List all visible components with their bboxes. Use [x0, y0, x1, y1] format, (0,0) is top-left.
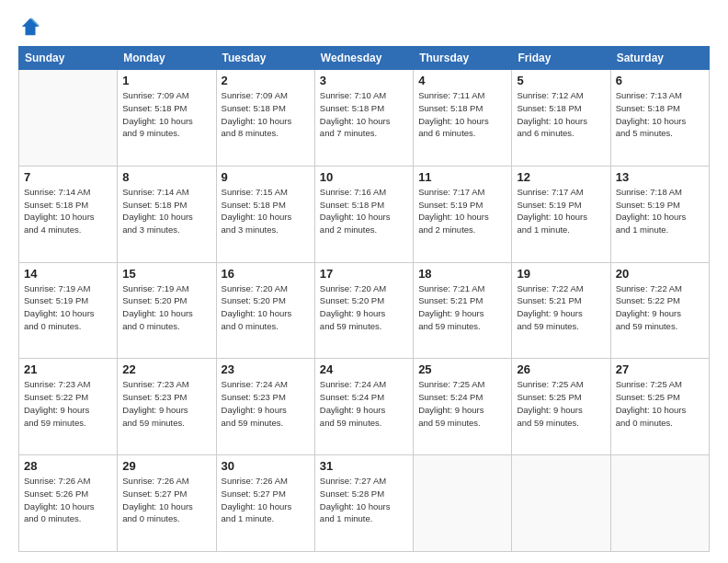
page: SundayMondayTuesdayWednesdayThursdayFrid…	[0, 0, 728, 563]
cell-info: Sunrise: 7:19 AM Sunset: 5:20 PM Dayligh…	[122, 282, 210, 333]
calendar-cell: 21Sunrise: 7:23 AM Sunset: 5:22 PM Dayli…	[19, 359, 118, 455]
cell-info: Sunrise: 7:17 AM Sunset: 5:19 PM Dayligh…	[418, 186, 506, 236]
day-number: 15	[122, 267, 210, 281]
calendar-cell: 31Sunrise: 7:27 AM Sunset: 5:28 PM Dayli…	[314, 455, 413, 552]
calendar-cell: 9Sunrise: 7:15 AM Sunset: 5:18 PM Daylig…	[216, 166, 314, 262]
calendar-cell: 13Sunrise: 7:18 AM Sunset: 5:19 PM Dayli…	[610, 166, 709, 262]
day-number: 20	[616, 267, 704, 281]
day-number: 14	[24, 267, 112, 281]
cell-info: Sunrise: 7:23 AM Sunset: 5:23 PM Dayligh…	[122, 378, 210, 429]
cell-info: Sunrise: 7:26 AM Sunset: 5:27 PM Dayligh…	[122, 475, 210, 525]
day-number: 24	[320, 362, 408, 376]
calendar-cell: 29Sunrise: 7:26 AM Sunset: 5:27 PM Dayli…	[118, 455, 216, 552]
day-number: 2	[222, 74, 310, 87]
cell-info: Sunrise: 7:10 AM Sunset: 5:18 PM Dayligh…	[320, 89, 408, 140]
day-number: 1	[122, 74, 210, 87]
svg-marker-0	[22, 18, 39, 35]
day-number: 6	[616, 74, 704, 87]
day-number: 23	[222, 362, 310, 376]
cell-info: Sunrise: 7:20 AM Sunset: 5:20 PM Dayligh…	[222, 282, 310, 333]
day-number: 13	[616, 170, 704, 184]
calendar-cell: 16Sunrise: 7:20 AM Sunset: 5:20 PM Dayli…	[216, 262, 314, 359]
day-number: 5	[517, 74, 605, 87]
cell-info: Sunrise: 7:22 AM Sunset: 5:22 PM Dayligh…	[616, 282, 704, 333]
calendar-week-row: 7Sunrise: 7:14 AM Sunset: 5:18 PM Daylig…	[19, 166, 710, 262]
calendar-cell: 30Sunrise: 7:26 AM Sunset: 5:27 PM Dayli…	[216, 455, 314, 552]
cell-info: Sunrise: 7:21 AM Sunset: 5:21 PM Dayligh…	[418, 282, 506, 333]
cell-info: Sunrise: 7:13 AM Sunset: 5:18 PM Dayligh…	[616, 89, 704, 140]
day-number: 19	[517, 267, 605, 281]
calendar-cell: 24Sunrise: 7:24 AM Sunset: 5:24 PM Dayli…	[314, 359, 413, 455]
calendar-week-row: 1Sunrise: 7:09 AM Sunset: 5:18 PM Daylig…	[19, 70, 710, 167]
cell-info: Sunrise: 7:25 AM Sunset: 5:24 PM Dayligh…	[418, 378, 506, 429]
weekday-header-thursday: Thursday	[414, 47, 512, 70]
day-number: 26	[517, 362, 605, 376]
cell-info: Sunrise: 7:24 AM Sunset: 5:23 PM Dayligh…	[222, 378, 310, 429]
day-number: 28	[24, 459, 112, 473]
cell-info: Sunrise: 7:11 AM Sunset: 5:18 PM Dayligh…	[418, 89, 506, 140]
calendar-cell: 26Sunrise: 7:25 AM Sunset: 5:25 PM Dayli…	[512, 359, 610, 455]
header	[18, 17, 710, 37]
day-number: 4	[418, 74, 506, 87]
calendar-cell: 5Sunrise: 7:12 AM Sunset: 5:18 PM Daylig…	[512, 70, 610, 167]
logo	[18, 17, 40, 37]
day-number: 10	[320, 170, 408, 184]
day-number: 31	[320, 459, 408, 473]
calendar-cell: 17Sunrise: 7:20 AM Sunset: 5:20 PM Dayli…	[314, 262, 413, 359]
cell-info: Sunrise: 7:14 AM Sunset: 5:18 PM Dayligh…	[24, 186, 112, 236]
calendar-week-row: 28Sunrise: 7:26 AM Sunset: 5:26 PM Dayli…	[19, 455, 710, 552]
day-number: 29	[122, 459, 210, 473]
calendar-cell	[610, 455, 709, 552]
cell-info: Sunrise: 7:15 AM Sunset: 5:18 PM Dayligh…	[222, 186, 310, 236]
calendar-cell: 25Sunrise: 7:25 AM Sunset: 5:24 PM Dayli…	[414, 359, 512, 455]
cell-info: Sunrise: 7:14 AM Sunset: 5:18 PM Dayligh…	[122, 186, 210, 236]
weekday-header-sunday: Sunday	[19, 47, 118, 70]
cell-info: Sunrise: 7:25 AM Sunset: 5:25 PM Dayligh…	[616, 378, 704, 429]
day-number: 25	[418, 362, 506, 376]
day-number: 30	[222, 459, 310, 473]
calendar-cell: 14Sunrise: 7:19 AM Sunset: 5:19 PM Dayli…	[19, 262, 118, 359]
cell-info: Sunrise: 7:26 AM Sunset: 5:27 PM Dayligh…	[222, 475, 310, 525]
calendar-cell: 1Sunrise: 7:09 AM Sunset: 5:18 PM Daylig…	[118, 70, 216, 167]
logo-icon	[20, 17, 40, 37]
day-number: 27	[616, 362, 704, 376]
calendar-cell: 11Sunrise: 7:17 AM Sunset: 5:19 PM Dayli…	[414, 166, 512, 262]
calendar-cell: 3Sunrise: 7:10 AM Sunset: 5:18 PM Daylig…	[314, 70, 413, 167]
cell-info: Sunrise: 7:26 AM Sunset: 5:26 PM Dayligh…	[24, 475, 112, 525]
weekday-header-row: SundayMondayTuesdayWednesdayThursdayFrid…	[19, 47, 710, 70]
cell-info: Sunrise: 7:09 AM Sunset: 5:18 PM Dayligh…	[122, 89, 210, 140]
calendar-cell: 6Sunrise: 7:13 AM Sunset: 5:18 PM Daylig…	[610, 70, 709, 167]
cell-info: Sunrise: 7:24 AM Sunset: 5:24 PM Dayligh…	[320, 378, 408, 429]
cell-info: Sunrise: 7:22 AM Sunset: 5:21 PM Dayligh…	[517, 282, 605, 333]
calendar-cell: 18Sunrise: 7:21 AM Sunset: 5:21 PM Dayli…	[414, 262, 512, 359]
calendar-cell: 2Sunrise: 7:09 AM Sunset: 5:18 PM Daylig…	[216, 70, 314, 167]
day-number: 22	[122, 362, 210, 376]
day-number: 3	[320, 74, 408, 87]
calendar-cell: 20Sunrise: 7:22 AM Sunset: 5:22 PM Dayli…	[610, 262, 709, 359]
cell-info: Sunrise: 7:19 AM Sunset: 5:19 PM Dayligh…	[24, 282, 112, 333]
calendar-cell: 27Sunrise: 7:25 AM Sunset: 5:25 PM Dayli…	[610, 359, 709, 455]
calendar-cell: 8Sunrise: 7:14 AM Sunset: 5:18 PM Daylig…	[118, 166, 216, 262]
cell-info: Sunrise: 7:16 AM Sunset: 5:18 PM Dayligh…	[320, 186, 408, 236]
day-number: 11	[418, 170, 506, 184]
cell-info: Sunrise: 7:12 AM Sunset: 5:18 PM Dayligh…	[517, 89, 605, 140]
cell-info: Sunrise: 7:09 AM Sunset: 5:18 PM Dayligh…	[222, 89, 310, 140]
calendar-cell	[512, 455, 610, 552]
day-number: 16	[222, 267, 310, 281]
day-number: 17	[320, 267, 408, 281]
calendar-cell: 4Sunrise: 7:11 AM Sunset: 5:18 PM Daylig…	[414, 70, 512, 167]
cell-info: Sunrise: 7:17 AM Sunset: 5:19 PM Dayligh…	[517, 186, 605, 236]
cell-info: Sunrise: 7:18 AM Sunset: 5:19 PM Dayligh…	[616, 186, 704, 236]
weekday-header-wednesday: Wednesday	[314, 47, 413, 70]
calendar-cell: 15Sunrise: 7:19 AM Sunset: 5:20 PM Dayli…	[118, 262, 216, 359]
weekday-header-monday: Monday	[118, 47, 216, 70]
day-number: 12	[517, 170, 605, 184]
cell-info: Sunrise: 7:23 AM Sunset: 5:22 PM Dayligh…	[24, 378, 112, 429]
day-number: 18	[418, 267, 506, 281]
cell-info: Sunrise: 7:20 AM Sunset: 5:20 PM Dayligh…	[320, 282, 408, 333]
weekday-header-saturday: Saturday	[610, 47, 709, 70]
calendar-cell: 23Sunrise: 7:24 AM Sunset: 5:23 PM Dayli…	[216, 359, 314, 455]
calendar-cell: 22Sunrise: 7:23 AM Sunset: 5:23 PM Dayli…	[118, 359, 216, 455]
cell-info: Sunrise: 7:25 AM Sunset: 5:25 PM Dayligh…	[517, 378, 605, 429]
day-number: 21	[24, 362, 112, 376]
